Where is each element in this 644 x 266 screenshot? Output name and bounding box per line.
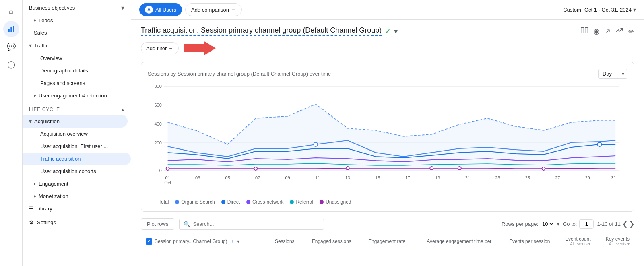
chart-svg: 800 600 400 200 0 [148, 82, 627, 195]
compare-columns-icon[interactable] [580, 26, 588, 36]
legend-direct-label: Direct [227, 199, 240, 205]
search-icon: 🔍 [184, 221, 190, 227]
acq-overview-label: Acquisition overview [40, 131, 88, 137]
search-input[interactable] [193, 221, 320, 227]
col-header-key-events: Key events All events ▾ [595, 233, 634, 250]
chat-icon[interactable]: 💬 [3, 39, 19, 55]
business-objectives-label: Business objectives [29, 5, 75, 11]
chart-period-wrapper[interactable]: Day Week Month [598, 69, 627, 79]
sidebar-item-acq-overview[interactable]: Acquisition overview [23, 128, 131, 140]
table-select-all-checkbox[interactable]: ✓ [146, 238, 152, 245]
topbar-right: Custom Oct 1 - Oct 31, 2024 ▾ [563, 6, 636, 13]
go-to-input[interactable] [579, 219, 594, 229]
svg-text:09: 09 [285, 175, 290, 180]
table-controls: Plot rows 🔍 Rows per page: 10 25 50 ▾ G [141, 218, 634, 230]
plot-rows-button[interactable]: Plot rows [141, 218, 174, 230]
svg-text:Oct: Oct [164, 180, 171, 185]
analytics-icon[interactable] [3, 21, 19, 37]
sidebar-item-sales[interactable]: Sales [23, 27, 131, 39]
add-filter-button[interactable]: Add filter ＋ [141, 42, 179, 54]
sidebar-item-traffic-acq[interactable]: Traffic acquisition [23, 153, 131, 165]
date-range-selector[interactable]: Oct 1 - Oct 31, 2024 ▾ [584, 6, 636, 13]
col-header-avg-engagement: Average engagement time per [410, 233, 496, 250]
chart-period-select[interactable]: Day Week Month [598, 69, 627, 79]
all-users-button[interactable]: A All Users [139, 3, 182, 16]
person-circle-icon[interactable]: ◉ [593, 27, 600, 36]
trending-icon[interactable] [615, 26, 623, 36]
col-channel-chevron-icon[interactable]: ▾ [237, 239, 239, 244]
svg-point-22 [430, 167, 433, 170]
add-comparison-plus-icon: ＋ [231, 6, 236, 13]
legend-referral-dot [290, 200, 294, 204]
eng-bullet: ▶ [34, 182, 36, 186]
col-event-count-label: Event count [565, 236, 590, 242]
svg-text:07: 07 [255, 175, 260, 180]
sidebar-item-user-engagement[interactable]: ▶ User engagement & retention [23, 89, 131, 102]
svg-point-24 [542, 167, 545, 170]
engagement-bullet: ▶ [34, 94, 36, 97]
report-title-chevron-icon[interactable]: ▾ [394, 27, 398, 36]
sidebar-item-user-acq[interactable]: User acquisition: First user ... [23, 140, 131, 153]
business-objectives-header[interactable]: Business objectives ▾ [23, 0, 131, 14]
lifecycle-header: Life cycle ▴ [23, 102, 131, 115]
home-icon[interactable]: ⌂ [3, 3, 19, 19]
col-key-events-label: Key events [606, 236, 630, 242]
acquisition-label: Acquisition [34, 118, 60, 124]
legend-total-label: Total [159, 199, 169, 205]
sidebar-item-engagement[interactable]: ▶ Engagement [23, 177, 131, 190]
svg-point-21 [346, 167, 349, 170]
sidebar: Business objectives ▾ ▶ Leads Sales ▾ Tr… [23, 0, 131, 266]
settings-icon: ⚙ [29, 219, 34, 225]
svg-text:13: 13 [345, 175, 350, 180]
legend-unassigned[interactable]: Unassigned [320, 199, 351, 205]
report-header-actions: ◉ ↗ ✏ [580, 26, 634, 36]
sidebar-item-demographic[interactable]: Demographic details [23, 64, 131, 77]
sidebar-item-leads[interactable]: ▶ Leads [23, 14, 131, 27]
go-to: Go to: [563, 219, 594, 229]
legend-organic-search[interactable]: Organic Search [175, 199, 215, 205]
legend-total[interactable]: Total [148, 199, 169, 205]
col-avg-engagement-label: Average engagement time per [427, 239, 491, 244]
sidebar-item-overview[interactable]: Overview [23, 52, 131, 64]
share-icon[interactable]: ↗ [605, 27, 611, 36]
edit-pencil-icon[interactable]: ✏ [628, 27, 634, 36]
library-label: Library [36, 206, 52, 212]
svg-text:29: 29 [585, 175, 590, 180]
person-icon[interactable]: ◯ [3, 56, 19, 72]
legend-direct[interactable]: Direct [221, 199, 240, 205]
sidebar-item-acquisition[interactable]: ▾ Acquisition [23, 115, 128, 128]
sidebar-item-monetization[interactable]: ▶ Monetization [23, 190, 131, 202]
user-acq-label: User acquisition: First user ... [40, 143, 108, 149]
sidebar-item-pages[interactable]: Pages and screens [23, 77, 131, 89]
settings-item[interactable]: ⚙ Settings [23, 215, 131, 229]
svg-rect-2 [13, 26, 14, 32]
rows-per-page-select[interactable]: 10 25 50 [541, 221, 555, 227]
prev-page-button[interactable]: ❮ [622, 220, 627, 228]
sidebar-item-cohorts[interactable]: User acquisition cohorts [23, 165, 131, 177]
svg-text:17: 17 [405, 175, 410, 180]
add-comparison-button[interactable]: Add comparison ＋ [185, 3, 242, 16]
col-channel-add-icon[interactable]: ＋ [230, 238, 235, 245]
legend-referral[interactable]: Referral [290, 199, 313, 205]
legend-cross-network[interactable]: Cross-network [246, 199, 283, 205]
col-header-event-count[interactable]: Event count All events ▾ [555, 233, 595, 250]
col-header-sessions[interactable]: ↓ Sessions [260, 233, 299, 250]
sidebar-item-traffic[interactable]: ▾ Traffic [23, 39, 131, 52]
sidebar-item-library[interactable]: ☰ Library [23, 202, 131, 215]
go-to-label: Go to: [563, 221, 577, 227]
filter-bar: Add filter ＋ [141, 41, 634, 56]
col-header-channel[interactable]: ✓ Session primary...Channel Group) ＋ ▾ [141, 233, 260, 250]
traffic-label: Traffic [34, 43, 48, 49]
date-custom-label: Custom [563, 7, 581, 13]
leads-label: Leads [39, 17, 53, 23]
next-page-button[interactable]: ❯ [629, 220, 634, 228]
chart-svg-wrapper: 800 600 400 200 0 [148, 82, 627, 196]
settings-label: Settings [37, 219, 56, 225]
legend-organic-dot [175, 200, 179, 204]
legend-direct-dot [221, 200, 225, 204]
content-area: Traffic acquisition: Session primary cha… [131, 20, 644, 266]
add-filter-label: Add filter [146, 45, 167, 52]
traffic-chevron: ▾ [29, 42, 32, 49]
lifecycle-chevron: ▴ [122, 107, 124, 112]
date-range-chevron-icon: ▾ [633, 6, 636, 13]
